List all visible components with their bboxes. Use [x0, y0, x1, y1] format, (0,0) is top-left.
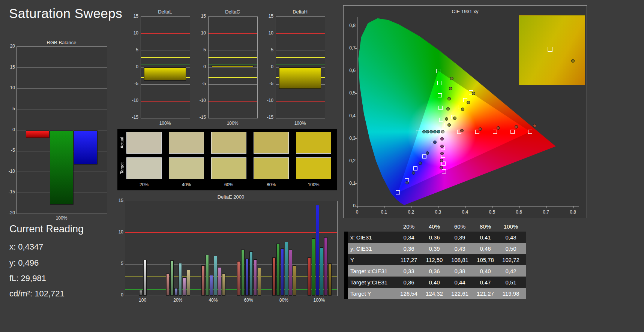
x-axis-tick-label: 0,7: [539, 209, 554, 215]
delta-h-chart[interactable]: DeltaH 151050-5-10-15100%: [262, 9, 330, 127]
y-axis-tick-label: -5: [262, 81, 273, 86]
delta-h-plot: [276, 16, 325, 118]
swatch-target-40%: [169, 157, 204, 179]
current-reading-x: x: 0,4347: [9, 242, 44, 252]
y-axis-tick-label: 15: [3, 64, 15, 70]
delta-e-bar: [312, 238, 315, 296]
delta_c-bar: [212, 66, 254, 67]
target-square-marker: [439, 118, 443, 122]
blue-measurement-dot: [419, 162, 422, 165]
delta-e-2000-plot: [125, 201, 338, 296]
swatch-actual-40%: [169, 132, 204, 154]
x-axis-tick-label: 0,3: [431, 209, 446, 215]
swatch-column-label: 80%: [254, 182, 289, 187]
reference-line: [141, 101, 190, 102]
table-header-cell: 100%: [498, 221, 524, 232]
delta-l-chart-title: DeltaL: [141, 9, 189, 15]
x-axis-tick-label: 0,4: [458, 209, 473, 215]
table-header-row: 20%40%60%80%100%: [344, 221, 526, 232]
x-axis-tick: [465, 206, 465, 208]
table-row[interactable]: x: CIE310,340,360,390,410,43: [344, 232, 526, 243]
delta-e-2000-chart-title: DeltaE 2000: [125, 194, 337, 200]
blue-measurement-dot: [405, 181, 409, 184]
delta-e-bar: [166, 274, 170, 296]
table-row-label: x: CIE31: [350, 232, 395, 243]
rgb-balance-plot: [17, 46, 107, 214]
magenta-measurement-dot: [440, 159, 443, 162]
table-row[interactable]: Y117,27112,50108,81105,78102,72: [344, 254, 526, 265]
table-cell: 0,39: [447, 232, 473, 243]
x-axis-category-label: 100: [131, 298, 154, 303]
delta-l-chart[interactable]: DeltaL 151050-5-10-15100%: [127, 9, 195, 127]
table-cell: 0,39: [422, 243, 447, 254]
swatch-actual-100%: [296, 132, 331, 154]
delta-e-bar: [174, 288, 178, 296]
target-square-marker: [437, 81, 441, 85]
gridline: [141, 84, 190, 85]
cie-1931-chart[interactable]: CIE 1931 xy 00,10,20,30,40,50,60,70,80,8…: [343, 5, 587, 218]
table-row[interactable]: y: CIE310,360,390,430,460,50: [344, 243, 526, 254]
x-axis-category-label: 100%: [208, 121, 257, 126]
swatch-row-label: Actual: [119, 132, 125, 154]
table-cell: 0,41: [473, 232, 498, 243]
target-square-marker: [510, 130, 515, 134]
table-cell: 0,36: [422, 232, 447, 243]
current-reading-fl: fL: 29,981: [9, 274, 46, 283]
current-reading-heading: Current Reading: [9, 223, 84, 235]
x-axis-tick: [492, 206, 492, 208]
table-cell: 0,34: [396, 232, 422, 243]
current-reading-panel: Current Reading x: 0,4347 y: 0,496 fL: 2…: [9, 223, 122, 304]
reference-line: [141, 33, 190, 34]
delta-e-bar: [320, 247, 323, 296]
reference-line: [125, 277, 337, 277]
x-axis-category-label: 60%: [237, 298, 260, 303]
magenta-measurement-dot: [440, 145, 444, 148]
cyan-measurement-dot: [437, 130, 440, 133]
swatch-column-label: 40%: [169, 182, 204, 187]
x-axis-category-label: 100%: [17, 215, 107, 221]
y-axis-tick-label: 0: [3, 127, 15, 132]
y-axis-tick-label: 5: [195, 47, 206, 52]
current-reading-y: y: 0,496: [9, 258, 39, 268]
rgb-balance-chart-title: RGB Balance: [17, 40, 107, 45]
inset-measurement-dot: [571, 59, 575, 63]
x-axis-category-label: 100%: [276, 121, 324, 126]
y-axis-tick-label: 10: [127, 30, 138, 36]
y-axis-tick-label: -20: [3, 210, 15, 215]
red-measurement-dot: [533, 124, 536, 127]
delta-e-bar: [222, 274, 225, 296]
delta-e-bar: [258, 268, 261, 296]
y-axis-tick-label: -10: [195, 98, 206, 103]
y-axis-tick-label: -5: [3, 148, 15, 153]
table-row[interactable]: Target Y126,54124,32122,61121,27119,98: [344, 288, 526, 299]
table-cell: 0,46: [473, 243, 498, 254]
table-header-cell: 40%: [422, 221, 447, 232]
y-axis-tick-label: -15: [195, 115, 206, 120]
delta-c-chart[interactable]: DeltaC 151050-5-10-15100%: [195, 9, 262, 127]
table-row-gutter: [344, 265, 348, 277]
delta-l-plot: [141, 16, 190, 118]
table-cell: 0,36: [396, 243, 422, 254]
x-axis-tick: [573, 206, 573, 208]
target-square-marker: [438, 93, 442, 97]
table-row[interactable]: Target y:CIE310,360,400,440,470,51: [344, 277, 526, 288]
calibration-saturation-sweeps-view: Saturation Sweeps RGB Balance 20151050-5…: [0, 0, 644, 332]
target-square-marker: [442, 169, 446, 173]
color-swatch-comparison[interactable]: ActualTarget20%40%60%80%100%: [117, 129, 337, 190]
y-axis-tick-label: 5: [127, 47, 138, 52]
table-row-label: Target Y: [350, 288, 395, 299]
swatch-actual-80%: [254, 132, 289, 154]
y-axis-tick-label: 0: [127, 64, 138, 69]
green-measurement-dot: [449, 87, 452, 90]
rgb-balance-chart[interactable]: RGB Balance 20151050-5-10-15-20100%: [2, 39, 113, 226]
delta-e-bar: [293, 265, 296, 296]
delta-e-bar: [170, 260, 174, 296]
y-axis-tick-label: 15: [117, 198, 123, 203]
current-reading-cdm2: cd/m²: 102,721: [9, 289, 65, 299]
y-axis-tick-label: 0,1: [346, 181, 356, 186]
inset-target-square-marker: [548, 47, 552, 52]
delta-e-2000-chart[interactable]: DeltaE 2000 15105010020%40%60%80%100%: [117, 193, 339, 307]
table-row[interactable]: Target x:CIE310,330,360,380,400,42: [344, 265, 526, 277]
table-header-cell: 20%: [396, 221, 422, 232]
delta-e-bar: [281, 248, 284, 296]
